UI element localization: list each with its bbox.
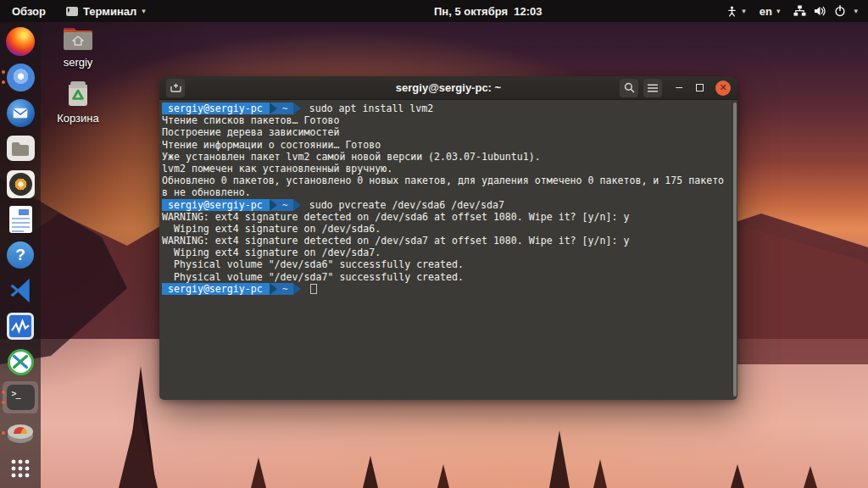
terminal-output-line: Wiping ext4 signature on /dev/sda7. bbox=[162, 247, 737, 258]
hamburger-menu-icon bbox=[648, 84, 658, 92]
powerline-separator-icon bbox=[293, 103, 301, 114]
running-dot bbox=[2, 431, 5, 435]
terminal-cursor bbox=[310, 284, 317, 294]
powerline-separator-icon bbox=[270, 103, 277, 114]
prompt-dir-segment: ~ bbox=[277, 199, 293, 211]
vscode-icon bbox=[7, 276, 34, 305]
activities-button[interactable]: Обзор bbox=[0, 0, 58, 22]
command-text: sudo apt install lvm2 bbox=[309, 103, 434, 114]
search-button[interactable] bbox=[620, 79, 638, 97]
dock-item-rhythmbox[interactable] bbox=[0, 166, 41, 202]
chevron-down-icon: ▾ bbox=[776, 8, 781, 15]
dock-item-help[interactable]: ? bbox=[0, 237, 41, 273]
chromium-icon bbox=[7, 64, 35, 92]
terminal-output-line: Построение дерева зависимостей bbox=[162, 126, 737, 138]
terminal-prompt-glyph: >_ bbox=[12, 389, 20, 398]
dock: ? >_ bbox=[0, 22, 41, 488]
accessibility-icon bbox=[726, 5, 737, 18]
desktop-root: sergiy Корзина sergiy@sergiy-pc: ~ bbox=[0, 0, 868, 488]
terminal-icon: >_ bbox=[7, 385, 35, 410]
new-tab-icon bbox=[170, 83, 181, 92]
libreoffice-writer-icon bbox=[9, 206, 32, 233]
volume-icon bbox=[814, 5, 826, 17]
command-text: sudo pvcreate /dev/sda6 /dev/sda7 bbox=[309, 199, 504, 211]
prompt-user-segment: sergiy@sergiy-pc bbox=[162, 103, 270, 114]
home-folder-icon bbox=[61, 24, 95, 53]
desktop-icon-trash[interactable]: Корзина bbox=[47, 76, 108, 125]
running-dot bbox=[2, 80, 5, 84]
power-icon bbox=[834, 5, 846, 17]
dock-item-system-monitor[interactable] bbox=[0, 308, 41, 344]
running-dot bbox=[2, 391, 5, 394]
terminal-output-line: в не обновлено. bbox=[162, 186, 737, 198]
running-dot bbox=[2, 401, 5, 404]
prompt-dir-segment: ~ bbox=[277, 283, 293, 295]
chevron-down-icon: ▾ bbox=[742, 8, 746, 15]
terminal-output-line: lvm2 помечен как установленный вручную. bbox=[162, 163, 737, 175]
close-button[interactable]: ✕ bbox=[715, 80, 731, 96]
search-icon bbox=[624, 82, 635, 93]
desktop-icon-label: sergiy bbox=[47, 56, 108, 69]
trash-icon bbox=[61, 76, 95, 108]
thunderbird-icon bbox=[7, 99, 35, 127]
new-tab-button[interactable] bbox=[166, 79, 185, 97]
rhythmbox-icon bbox=[7, 170, 35, 198]
maximize-button[interactable] bbox=[696, 84, 704, 92]
dock-item-firefox[interactable] bbox=[0, 24, 41, 59]
dock-item-vscode[interactable] bbox=[0, 273, 41, 308]
powerline-separator-icon bbox=[293, 199, 301, 211]
menu-button[interactable] bbox=[643, 79, 662, 97]
powerline-separator-icon bbox=[270, 199, 277, 211]
system-menu[interactable]: ▾ bbox=[793, 0, 858, 22]
prompt-dir-segment: ~ bbox=[277, 103, 293, 114]
minimize-button[interactable]: – bbox=[676, 80, 682, 93]
keyboard-layout-menu[interactable]: en ▾ bbox=[760, 0, 781, 22]
terminal-output-line: Wiping ext4 signature on /dev/sda6. bbox=[162, 223, 737, 235]
terminal-prompt-line: sergiy@sergiy-pc~ bbox=[162, 283, 737, 295]
powerline-separator-icon bbox=[293, 283, 301, 295]
powerline-separator-icon bbox=[270, 283, 277, 295]
files-icon bbox=[7, 136, 35, 161]
question-mark-glyph: ? bbox=[15, 246, 25, 264]
system-monitor-icon bbox=[7, 313, 34, 340]
prompt-user-segment: sergiy@sergiy-pc bbox=[162, 283, 270, 295]
disk-utility-icon bbox=[7, 422, 34, 444]
terminal-app-icon bbox=[66, 7, 78, 16]
dock-item-libreoffice-writer[interactable] bbox=[0, 202, 41, 237]
dock-item-chromium[interactable] bbox=[0, 59, 41, 95]
terminal-output-line: Physical volume "/dev/sda6" successfully… bbox=[162, 258, 737, 270]
desktop-icon-home-folder[interactable]: sergiy bbox=[47, 24, 108, 69]
app-menu-label: Терминал bbox=[83, 5, 136, 18]
terminal-scrollbar[interactable] bbox=[733, 103, 737, 396]
firefox-icon bbox=[6, 27, 35, 56]
running-dot bbox=[2, 70, 5, 74]
terminal-prompt-line: sergiy@sergiy-pc~sudo apt install lvm2 bbox=[162, 103, 737, 114]
accessibility-menu[interactable]: ▾ bbox=[726, 0, 746, 22]
dock-item-thunderbird[interactable] bbox=[0, 95, 41, 130]
close-icon: ✕ bbox=[719, 82, 726, 93]
dock-item-app-grid[interactable] bbox=[0, 451, 41, 486]
terminal-output-line: Чтение списков пакетов… Готово bbox=[162, 114, 737, 126]
desktop-icon-label: Корзина bbox=[47, 112, 108, 125]
terminal-screen[interactable]: sergiy@sergiy-pc~sudo apt install lvm2 Ч… bbox=[159, 100, 737, 400]
dock-item-disk-utility[interactable] bbox=[0, 415, 41, 451]
terminal-output-line: Чтение информации о состоянии… Готово bbox=[162, 139, 737, 151]
terminal-output-line: Обновлено 0 пакетов, установлено 0 новых… bbox=[162, 175, 737, 186]
dock-item-crossed-arrows-app[interactable] bbox=[0, 344, 41, 380]
top-bar: Обзор Терминал ▾ Пн, 5 октября 12:03 ▾ e… bbox=[0, 0, 868, 22]
dock-item-files[interactable] bbox=[0, 130, 41, 166]
dock-item-terminal[interactable]: >_ bbox=[0, 380, 41, 415]
window-titlebar[interactable]: sergiy@sergiy-pc: ~ – ✕ bbox=[159, 76, 737, 100]
crossed-arrows-app-icon bbox=[8, 349, 34, 375]
terminal-output-line: WARNING: ext4 signature detected on /dev… bbox=[162, 235, 737, 247]
keyboard-layout-label: en bbox=[760, 5, 772, 18]
chevron-down-icon: ▾ bbox=[854, 8, 858, 15]
terminal-prompt-line: sergiy@sergiy-pc~sudo pvcreate /dev/sda6… bbox=[162, 199, 737, 211]
help-icon: ? bbox=[7, 241, 34, 269]
terminal-output-line: Уже установлен пакет lvm2 самой новой ве… bbox=[162, 151, 737, 163]
terminal-window: sergiy@sergiy-pc: ~ – ✕ s bbox=[159, 76, 737, 400]
prompt-user-segment: sergiy@sergiy-pc bbox=[162, 199, 270, 211]
network-wired-icon bbox=[793, 5, 806, 17]
app-menu-button[interactable]: Терминал ▾ bbox=[58, 0, 154, 22]
chevron-down-icon: ▾ bbox=[142, 8, 146, 15]
